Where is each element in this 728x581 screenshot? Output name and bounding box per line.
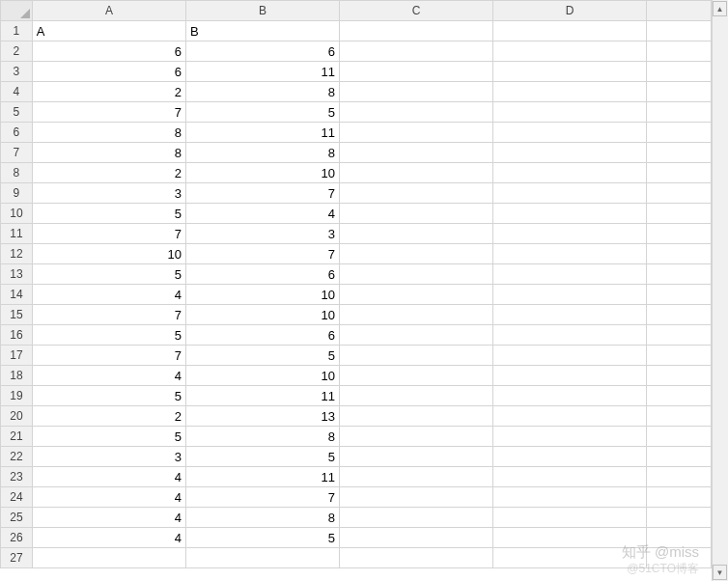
row-header-17[interactable]: 17 [1, 346, 33, 366]
cell-C5[interactable] [340, 102, 493, 123]
row-header-1[interactable]: 1 [1, 21, 33, 42]
cell-A17[interactable]: 7 [32, 346, 185, 366]
cell-C8[interactable] [340, 163, 493, 183]
cell-C16[interactable] [340, 325, 493, 346]
row-header-10[interactable]: 10 [1, 204, 33, 224]
column-header-B[interactable]: B [185, 1, 339, 21]
cell-A8[interactable]: 2 [32, 163, 185, 183]
cell-E19[interactable] [647, 386, 712, 406]
row-header-14[interactable]: 14 [1, 285, 33, 305]
cell-B23[interactable]: 11 [185, 467, 339, 487]
cell-E14[interactable] [647, 285, 712, 305]
column-header-E[interactable] [647, 1, 712, 21]
cell-B19[interactable]: 11 [185, 386, 339, 406]
cell-B21[interactable]: 8 [185, 427, 339, 447]
cell-A24[interactable]: 4 [32, 487, 185, 508]
cell-C27[interactable] [340, 548, 493, 568]
cell-B8[interactable]: 10 [185, 163, 339, 183]
cell-A23[interactable]: 4 [32, 467, 185, 487]
cell-B20[interactable]: 13 [185, 406, 339, 427]
cell-A15[interactable]: 7 [32, 305, 185, 325]
cell-D25[interactable] [493, 508, 647, 528]
cell-D20[interactable] [493, 406, 647, 427]
row-header-21[interactable]: 21 [1, 427, 33, 447]
cell-D2[interactable] [493, 42, 647, 62]
cell-A4[interactable]: 2 [32, 82, 185, 102]
cell-D10[interactable] [493, 204, 647, 224]
spreadsheet-grid[interactable]: A B C D 1AB26636114285756811788821093710… [0, 0, 712, 568]
cell-D26[interactable] [493, 528, 647, 548]
cell-B10[interactable]: 4 [185, 204, 339, 224]
cell-D9[interactable] [493, 183, 647, 204]
cell-D7[interactable] [493, 143, 647, 163]
cell-B22[interactable]: 5 [185, 447, 339, 467]
cell-E21[interactable] [647, 427, 712, 447]
row-header-19[interactable]: 19 [1, 386, 33, 406]
cell-C9[interactable] [340, 183, 493, 204]
cell-E26[interactable] [647, 528, 712, 548]
cell-A10[interactable]: 5 [32, 204, 185, 224]
cell-B11[interactable]: 3 [185, 224, 339, 244]
cell-D6[interactable] [493, 123, 647, 143]
row-header-3[interactable]: 3 [1, 62, 33, 82]
cell-E24[interactable] [647, 487, 712, 508]
cell-D18[interactable] [493, 366, 647, 386]
row-header-9[interactable]: 9 [1, 183, 33, 204]
cell-A20[interactable]: 2 [32, 406, 185, 427]
cell-A6[interactable]: 8 [32, 123, 185, 143]
cell-D14[interactable] [493, 285, 647, 305]
cell-B24[interactable]: 7 [185, 487, 339, 508]
cell-C18[interactable] [340, 366, 493, 386]
column-header-C[interactable]: C [340, 1, 493, 21]
cell-C20[interactable] [340, 406, 493, 427]
column-header-D[interactable]: D [493, 1, 647, 21]
cell-E17[interactable] [647, 346, 712, 366]
row-header-12[interactable]: 12 [1, 244, 33, 264]
row-header-5[interactable]: 5 [1, 102, 33, 123]
cell-B4[interactable]: 8 [185, 82, 339, 102]
cell-A18[interactable]: 4 [32, 366, 185, 386]
cell-D11[interactable] [493, 224, 647, 244]
cell-E5[interactable] [647, 102, 712, 123]
cell-D12[interactable] [493, 244, 647, 264]
cell-B12[interactable]: 7 [185, 244, 339, 264]
cell-B3[interactable]: 11 [185, 62, 339, 82]
cell-D5[interactable] [493, 102, 647, 123]
cell-A5[interactable]: 7 [32, 102, 185, 123]
row-header-26[interactable]: 26 [1, 528, 33, 548]
cell-D8[interactable] [493, 163, 647, 183]
cell-A26[interactable]: 4 [32, 528, 185, 548]
cell-C17[interactable] [340, 346, 493, 366]
cell-A14[interactable]: 4 [32, 285, 185, 305]
row-header-18[interactable]: 18 [1, 366, 33, 386]
cell-E16[interactable] [647, 325, 712, 346]
cell-A7[interactable]: 8 [32, 143, 185, 163]
cell-E25[interactable] [647, 508, 712, 528]
vertical-scrollbar[interactable]: ▲ ▼ [712, 0, 728, 581]
row-header-27[interactable]: 27 [1, 548, 33, 568]
row-header-6[interactable]: 6 [1, 123, 33, 143]
cell-D3[interactable] [493, 62, 647, 82]
cell-C12[interactable] [340, 244, 493, 264]
cell-A27[interactable] [32, 548, 185, 568]
cell-D24[interactable] [493, 487, 647, 508]
cell-C24[interactable] [340, 487, 493, 508]
row-header-11[interactable]: 11 [1, 224, 33, 244]
cell-B25[interactable]: 8 [185, 508, 339, 528]
cell-B6[interactable]: 11 [185, 123, 339, 143]
cell-A12[interactable]: 10 [32, 244, 185, 264]
cell-C7[interactable] [340, 143, 493, 163]
cell-D1[interactable] [493, 21, 647, 42]
cell-D19[interactable] [493, 386, 647, 406]
cell-D4[interactable] [493, 82, 647, 102]
row-header-13[interactable]: 13 [1, 264, 33, 285]
cell-B16[interactable]: 6 [185, 325, 339, 346]
cell-C13[interactable] [340, 264, 493, 285]
cell-E18[interactable] [647, 366, 712, 386]
row-header-8[interactable]: 8 [1, 163, 33, 183]
cell-E22[interactable] [647, 447, 712, 467]
cell-E23[interactable] [647, 467, 712, 487]
cell-D13[interactable] [493, 264, 647, 285]
row-header-15[interactable]: 15 [1, 305, 33, 325]
cell-D22[interactable] [493, 447, 647, 467]
